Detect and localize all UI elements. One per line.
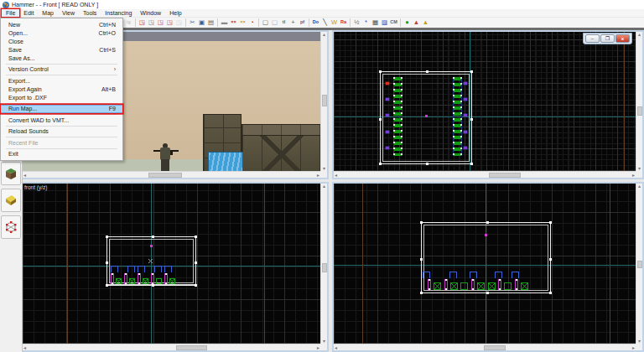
grid3d-toggle-icon[interactable]: ▨: [380, 18, 389, 28]
entity-dot[interactable]: [386, 147, 389, 149]
displacement-tool[interactable]: [1, 189, 21, 212]
vertex-manipulation-tool[interactable]: [1, 215, 21, 239]
entity-row[interactable]: [111, 273, 175, 284]
major-grid-line: [624, 32, 625, 171]
copy-icon[interactable]: ▣: [197, 18, 206, 28]
origin-dot[interactable]: [150, 245, 153, 247]
file-menu-export-again[interactable]: Export Again Alt+B ›: [1, 85, 122, 93]
magnify-box-icon[interactable]: ▢: [270, 18, 279, 28]
paste-icon[interactable]: ▤: [206, 18, 216, 28]
scrollbar-horizontal[interactable]: ◂▸: [334, 171, 636, 178]
radius-culling-icon[interactable]: ◔: [247, 18, 257, 28]
options-icon[interactable]: *: [361, 18, 371, 28]
file-menu-version-control[interactable]: Version Control ›: [1, 65, 122, 74]
show-hidden-icon[interactable]: ××: [238, 18, 247, 28]
entity-dot[interactable]: [386, 131, 389, 133]
file-menu-close[interactable]: Close ›: [1, 37, 122, 45]
entity-dot[interactable]: [386, 114, 389, 116]
scrollbar-horizontal[interactable]: ◂▸: [334, 344, 636, 350]
entity-names-icon[interactable]: Do: [311, 18, 320, 28]
translate-icon[interactable]: +: [288, 18, 298, 28]
major-grid-line: [264, 184, 265, 344]
file-menu-export-dxf[interactable]: Export to .DXF ›: [1, 93, 122, 101]
viewport-close-button[interactable]: x: [615, 34, 630, 43]
entity-dot[interactable]: [464, 147, 467, 149]
file-menu-export[interactable]: Export... ›: [1, 76, 122, 85]
split-view-icon[interactable]: ½: [352, 18, 361, 28]
helpers-icon[interactable]: Ra: [339, 18, 348, 28]
scrollbar-horizontal[interactable]: ◂▸: [23, 344, 320, 350]
menu-view[interactable]: View: [58, 9, 79, 17]
scrollbar-vertical[interactable]: ▴▾: [320, 32, 327, 171]
model-render-icon[interactable]: ●: [402, 18, 412, 28]
carve-icon[interactable]: ◳: [138, 18, 147, 28]
hide-selected-icon[interactable]: ▬: [220, 18, 229, 28]
entity-dot-selected[interactable]: [386, 82, 389, 85]
displacement-mask-icon[interactable]: pf: [298, 18, 307, 28]
grid-toggle-icon[interactable]: ▦: [371, 18, 380, 28]
scrollbar-vertical[interactable]: ▴▾: [636, 32, 642, 171]
no-fade-icon[interactable]: ▲: [421, 18, 430, 28]
vertex-cube-icon: [3, 220, 18, 235]
entity-dot[interactable]: [464, 98, 467, 101]
viewport-restore-button[interactable]: ❐: [600, 34, 615, 43]
file-menu-open[interactable]: Open... Ctrl+O ›: [1, 28, 122, 37]
viewport-minimize-button[interactable]: –: [585, 34, 600, 43]
group-icon[interactable]: ◳: [156, 18, 165, 28]
hide-unselected-icon[interactable]: ××: [229, 18, 238, 28]
origin-dot[interactable]: [425, 115, 428, 117]
major-grid-line: [362, 184, 363, 344]
separator: [216, 18, 220, 27]
line-tool-icon[interactable]: ╲: [320, 18, 330, 28]
wireframe-icon[interactable]: W: [330, 18, 339, 28]
fade-preview-icon[interactable]: ▲: [412, 18, 421, 28]
file-menu-run-map[interactable]: Run Map... F9 ›: [1, 105, 122, 113]
file-menu-save-as[interactable]: Save As... ›: [1, 54, 122, 62]
viewport-label: front (y/z): [24, 184, 47, 190]
file-menu-reload-sounds[interactable]: Reload Sounds ›: [1, 127, 122, 136]
viewport-window-controls: –❐x: [583, 33, 632, 44]
ungroup-icon[interactable]: ◳: [165, 18, 174, 28]
entity-dot[interactable]: [464, 114, 467, 116]
entity-dot[interactable]: [464, 82, 467, 85]
cut-icon[interactable]: ✂: [188, 18, 197, 28]
menu-help[interactable]: Help: [165, 9, 185, 17]
cm-icon[interactable]: CM: [389, 18, 398, 28]
menu-file[interactable]: File: [2, 9, 19, 17]
hollow-icon[interactable]: ◳: [147, 18, 156, 28]
ladder-column-right[interactable]: [453, 77, 462, 156]
texture-lock-icon[interactable]: tl: [279, 18, 288, 28]
menubar: FileEditMapViewToolsInstancingWindowHelp: [0, 9, 644, 18]
entity-dot[interactable]: [464, 131, 467, 133]
select-box-icon[interactable]: ▢: [261, 18, 270, 28]
file-menu-exit[interactable]: Exit ›: [1, 150, 122, 158]
hammer-editor-window: Hammer - - Front [ READ ONLY ] FileEditM…: [0, 0, 644, 352]
yellow-block-icon: [3, 193, 18, 208]
menu-tools[interactable]: Tools: [79, 9, 101, 17]
scrollbar-horizontal[interactable]: ◂▸: [23, 171, 320, 178]
menu-map[interactable]: Map: [38, 9, 58, 17]
file-menu-new[interactable]: New Ctrl+N ›: [1, 20, 122, 28]
origin-dot[interactable]: [485, 234, 487, 236]
redo-icon[interactable]: ig: [124, 18, 133, 28]
separator: [348, 18, 352, 27]
ignore-groups-icon[interactable]: ◳: [174, 18, 184, 28]
file-menu-save[interactable]: Save Ctrl+S ›: [1, 45, 122, 54]
ladder-column-left[interactable]: [393, 77, 402, 156]
viewport-2d-front[interactable]: front (y/z): [23, 182, 329, 352]
menu-instancing[interactable]: Instancing: [101, 9, 136, 17]
major-grid-line: [610, 184, 610, 344]
file-menu-recent-file[interactable]: Recent File ›: [1, 138, 122, 147]
entity-dot[interactable]: [386, 98, 389, 101]
viewport-2d-side[interactable]: ◂▸ ▴▾: [332, 182, 644, 352]
scrollbar-vertical[interactable]: ▴▾: [636, 184, 642, 344]
menu-window[interactable]: Window: [136, 9, 165, 17]
separator: [133, 18, 138, 27]
scrollbar-vertical[interactable]: ▴▾: [320, 184, 327, 344]
entity-row[interactable]: [428, 279, 528, 290]
texture-application-tool[interactable]: [1, 162, 21, 185]
viewport-2d-top[interactable]: –❐x ◂▸ ▴▾: [332, 30, 644, 179]
texture-cube-icon: [3, 166, 18, 181]
file-menu-convert-wad[interactable]: Convert WAD to VMT... ›: [1, 116, 122, 124]
menu-edit[interactable]: Edit: [19, 9, 38, 17]
